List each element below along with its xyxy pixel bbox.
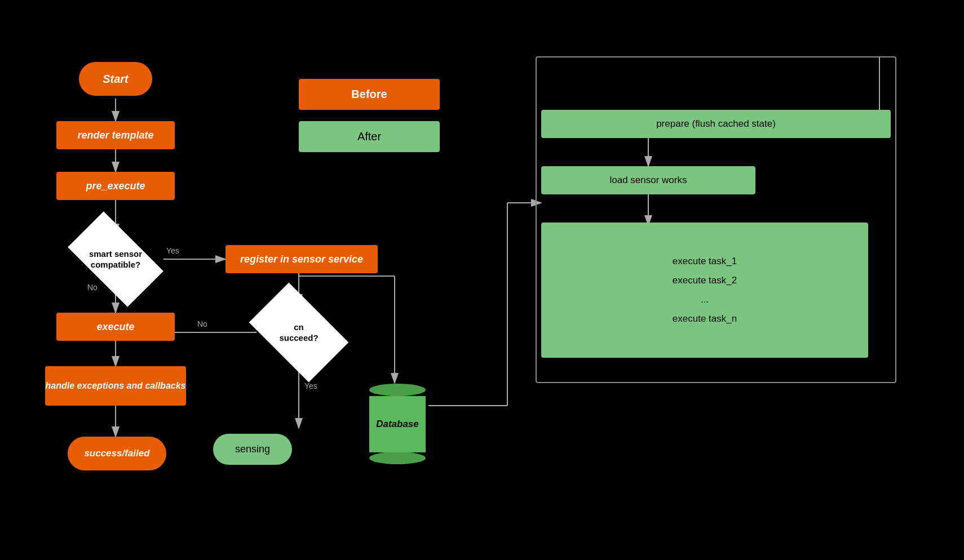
legend-after: After [299,121,440,152]
smart-sensor-diamond: smart sensorcompatible? [73,234,158,285]
cn-succeed-label: cnsucceed? [279,322,318,344]
task-1-label: execute task_1 execute task_2 ... execut… [673,252,737,328]
handle-exceptions-node: handle exceptions and callbacks [45,366,186,406]
legend-before: Before [299,79,440,110]
pre-execute-node: pre_execute [56,172,175,200]
svg-text:Yes: Yes [304,381,317,390]
database-node: Database [366,383,428,465]
sensing-node: sensing [213,434,292,465]
tasks-node: execute task_1 execute task_2 ... execut… [541,223,868,358]
execute-node: execute [56,313,175,341]
svg-text:Yes: Yes [166,246,179,255]
smart-sensor-label: smart sensorcompatible? [89,248,142,270]
cn-succeed-diamond: cnsucceed? [257,304,341,361]
render-template-node: render template [56,121,175,149]
register-sensor-node: register in sensor service [225,245,378,273]
load-sensor-node: load sensor works [541,166,755,194]
start-node: Start [79,62,152,96]
prepare-node: prepare (flush cached state) [541,110,891,138]
svg-text:No: No [197,319,207,328]
success-failed-node: success/failed [68,437,166,470]
